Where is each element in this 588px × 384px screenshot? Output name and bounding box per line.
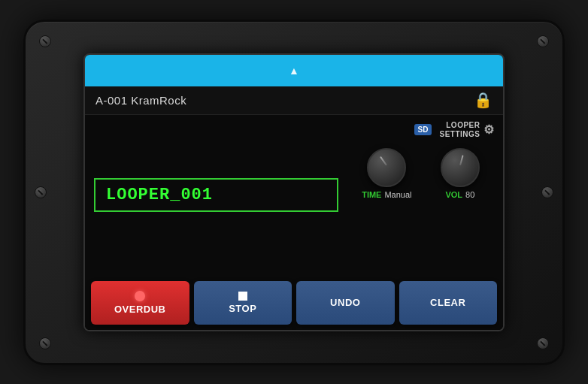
record-dot-icon bbox=[135, 291, 145, 301]
looper-settings-button[interactable]: LOOPERSETTINGS ⚙ bbox=[439, 121, 494, 139]
undo-label: UNDO bbox=[330, 297, 360, 308]
looper-settings-label: LOOPERSETTINGS bbox=[439, 121, 480, 139]
undo-button[interactable]: UNDO bbox=[296, 281, 395, 325]
header-row: A-001 KramRock 🔒 bbox=[85, 86, 503, 115]
left-panel: LOOPER_001 bbox=[94, 121, 338, 270]
top-controls: SD LOOPERSETTINGS ⚙ bbox=[347, 121, 494, 142]
time-label: TIME bbox=[362, 190, 381, 199]
buttons-row: OVERDUB STOP UNDO CLEAR bbox=[85, 276, 503, 330]
vol-label: VOL bbox=[445, 190, 462, 199]
overdub-label: OVERDUB bbox=[114, 304, 166, 315]
sd-badge[interactable]: SD bbox=[414, 124, 432, 135]
screw-top-right bbox=[537, 35, 549, 47]
time-knob-group: TIME Manual bbox=[362, 148, 411, 199]
time-label-row: TIME Manual bbox=[362, 190, 411, 199]
stop-button[interactable]: STOP bbox=[194, 281, 292, 325]
screw-mid-left bbox=[35, 186, 47, 198]
time-value: Manual bbox=[384, 190, 411, 199]
top-bar[interactable]: ▲ bbox=[85, 55, 503, 86]
lock-icon: 🔒 bbox=[474, 91, 493, 109]
clear-label: CLEAR bbox=[430, 297, 465, 308]
vol-value: 80 bbox=[465, 190, 474, 199]
screw-bottom-left bbox=[39, 337, 51, 349]
screen: ▲ A-001 KramRock 🔒 LOOPER_001 SD LOOPERS… bbox=[83, 53, 505, 331]
chevron-up-icon: ▲ bbox=[289, 65, 299, 77]
vol-knob[interactable] bbox=[441, 148, 480, 187]
stop-label: STOP bbox=[229, 303, 256, 314]
vol-knob-group: VOL 80 bbox=[441, 148, 480, 199]
looper-name-box[interactable]: LOOPER_001 bbox=[94, 178, 338, 212]
screw-mid-right bbox=[541, 186, 553, 198]
time-knob[interactable] bbox=[367, 148, 406, 187]
looper-name-text: LOOPER_001 bbox=[106, 186, 213, 204]
device-shell: ▲ A-001 KramRock 🔒 LOOPER_001 SD LOOPERS… bbox=[23, 20, 565, 365]
preset-name: A-001 KramRock bbox=[95, 94, 186, 107]
overdub-button[interactable]: OVERDUB bbox=[91, 281, 189, 325]
screw-top-left bbox=[39, 35, 51, 47]
main-content: LOOPER_001 SD LOOPERSETTINGS ⚙ bbox=[85, 115, 503, 276]
gear-icon: ⚙ bbox=[483, 122, 495, 137]
knobs-row: TIME Manual VOL 80 bbox=[347, 145, 494, 202]
clear-button[interactable]: CLEAR bbox=[399, 281, 498, 325]
vol-label-row: VOL 80 bbox=[445, 190, 474, 199]
screw-bottom-right bbox=[537, 337, 549, 349]
right-panel: SD LOOPERSETTINGS ⚙ TIME Manual bbox=[347, 121, 494, 270]
stop-square-icon bbox=[238, 292, 247, 301]
